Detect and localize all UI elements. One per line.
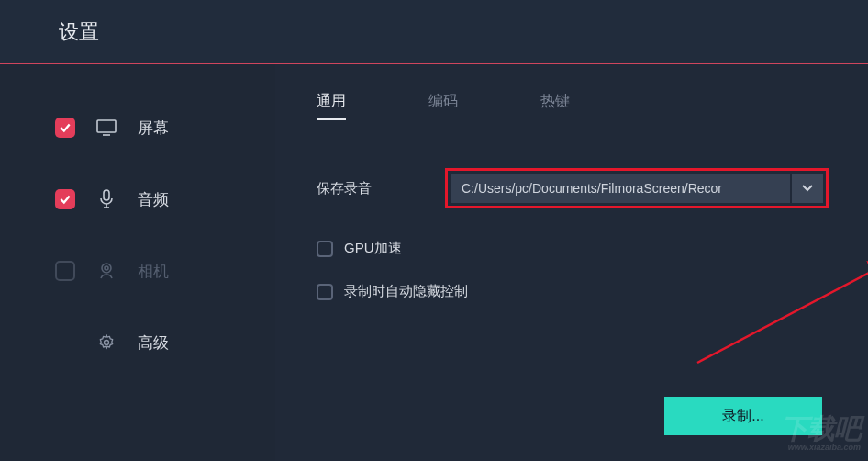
hide-controls-label: 录制时自动隐藏控制 [344, 283, 468, 300]
sidebar-item-advanced[interactable]: 高级 [55, 307, 275, 378]
monitor-icon [95, 119, 117, 136]
gear-icon [95, 333, 117, 352]
sidebar-item-screen[interactable]: 屏幕 [55, 92, 275, 163]
header: 设置 [0, 0, 868, 64]
tab-hotkeys[interactable]: 热键 [540, 92, 570, 120]
record-button[interactable]: 录制... [664, 397, 822, 435]
row-gpu: GPU加速 [317, 240, 840, 257]
main: 屏幕 音频 相机 高级 通用 [0, 64, 868, 461]
checkbox-audio[interactable] [55, 189, 75, 209]
microphone-icon [95, 189, 117, 209]
checkbox-screen[interactable] [55, 118, 75, 138]
svg-rect-0 [97, 120, 116, 132]
highlight-box: C:/Users/pc/Documents/FilmoraScreen/Reco… [445, 168, 829, 208]
svg-line-9 [697, 262, 868, 363]
row-save-path: 保存录音 C:/Users/pc/Documents/FilmoraScreen… [317, 168, 840, 208]
sidebar-item-label: 高级 [138, 332, 169, 354]
tab-general[interactable]: 通用 [317, 92, 346, 120]
page-title: 设置 [59, 18, 99, 46]
svg-point-5 [102, 264, 111, 273]
sidebar-item-label: 相机 [138, 261, 169, 282]
sidebar-item-audio[interactable]: 音频 [55, 163, 275, 235]
svg-point-6 [105, 266, 108, 270]
annotation-arrow [670, 253, 868, 372]
sidebar-item-label: 音频 [138, 189, 169, 210]
row-hide-controls: 录制时自动隐藏控制 [317, 283, 840, 300]
sidebar: 屏幕 音频 相机 高级 [0, 64, 275, 461]
checkbox-gpu[interactable] [317, 241, 333, 257]
gpu-label: GPU加速 [344, 240, 402, 257]
sidebar-item-camera[interactable]: 相机 [55, 235, 275, 307]
tabs: 通用 编码 热键 [317, 92, 840, 120]
sidebar-item-label: 屏幕 [138, 118, 169, 139]
checkbox-hide-controls[interactable] [317, 284, 333, 300]
tab-encoding[interactable]: 编码 [428, 92, 458, 120]
svg-rect-2 [104, 190, 109, 200]
save-path-label: 保存录音 [317, 180, 445, 197]
chevron-down-icon [801, 184, 814, 193]
checkbox-camera[interactable] [55, 261, 75, 281]
save-path-dropdown-button[interactable] [792, 174, 823, 203]
save-path-field[interactable]: C:/Users/pc/Documents/FilmoraScreen/Reco… [451, 174, 790, 203]
svg-point-7 [105, 341, 109, 345]
camera-icon [95, 262, 117, 280]
